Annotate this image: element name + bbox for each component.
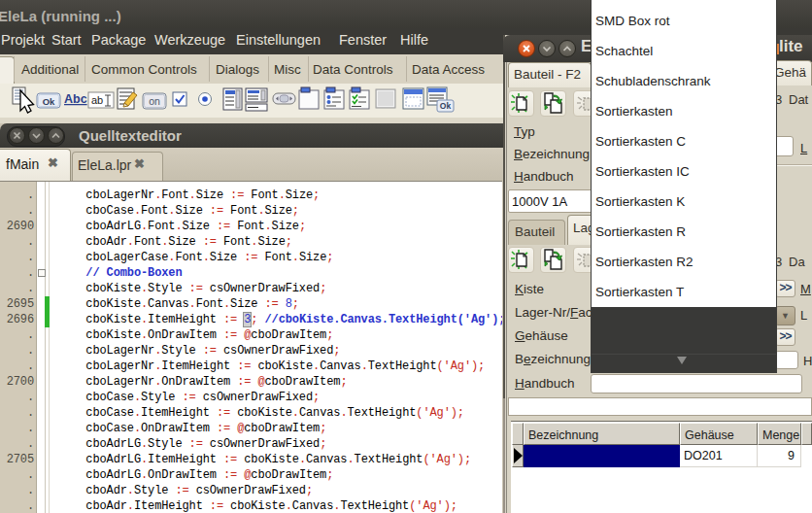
- svg-text:on: on: [149, 95, 160, 107]
- svg-text:Ok: Ok: [43, 96, 55, 107]
- svg-text:ab: ab: [91, 94, 103, 106]
- svg-text:Abc: Abc: [64, 92, 87, 106]
- svg-text:Ok: Ok: [440, 101, 452, 111]
